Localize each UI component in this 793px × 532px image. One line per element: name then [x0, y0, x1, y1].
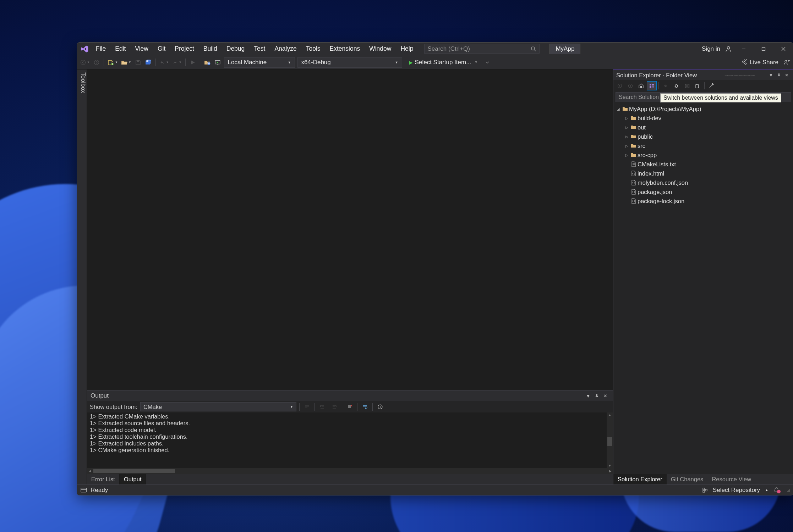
expand-icon[interactable]: ▷ — [624, 116, 630, 120]
undo-button[interactable]: ▼ — [158, 57, 170, 67]
feedback-button[interactable] — [782, 57, 791, 67]
menu-tools[interactable]: Tools — [301, 43, 325, 55]
toolbox-tab[interactable]: Toolbox — [77, 70, 87, 484]
nav-forward-button[interactable] — [92, 57, 101, 67]
sol-pin-button[interactable] — [775, 73, 783, 77]
output-indent-left-icon[interactable] — [318, 402, 327, 412]
tab-output[interactable]: Output — [120, 474, 146, 484]
sol-forward-button[interactable] — [625, 81, 635, 90]
tree-file[interactable]: CMakeLists.txt — [613, 160, 793, 169]
menu-extensions[interactable]: Extensions — [325, 43, 365, 55]
output-indent-right-icon[interactable] — [330, 402, 339, 412]
output-vertical-scrollbar[interactable]: ▲ ▼ — [607, 412, 613, 468]
expand-icon[interactable]: ▷ — [624, 153, 630, 157]
debug-target-dropdown[interactable] — [483, 57, 492, 67]
minimize-button[interactable] — [734, 43, 754, 55]
tree-file[interactable]: molybden.conf.json — [613, 178, 793, 187]
chevron-up-icon[interactable]: ▲ — [765, 488, 769, 492]
output-icon[interactable] — [81, 487, 87, 493]
sol-show-all-files-button[interactable] — [693, 81, 702, 90]
sol-dropdown-button[interactable]: ▼ — [767, 73, 775, 78]
tab-git-changes[interactable]: Git Changes — [667, 474, 708, 484]
output-pin-button[interactable] — [592, 394, 601, 398]
tab-solution-explorer[interactable]: Solution Explorer — [613, 474, 667, 484]
svg-rect-12 — [146, 60, 148, 61]
output-timestamps-button[interactable] — [376, 402, 385, 412]
sol-properties-button[interactable] — [706, 81, 716, 90]
sol-home-button[interactable] — [636, 81, 646, 90]
output-word-wrap-button[interactable] — [360, 402, 370, 412]
output-close-button[interactable]: ✕ — [601, 393, 609, 399]
save-all-button[interactable] — [144, 57, 153, 67]
tab-error-list[interactable]: Error List — [87, 474, 120, 484]
sol-refresh-button[interactable] — [671, 81, 681, 90]
redo-button[interactable]: ▼ — [171, 57, 183, 67]
output-dropdown-button[interactable]: ▼ — [584, 393, 592, 399]
solution-search-input[interactable]: Search Solution Switch between solutions… — [616, 92, 791, 102]
menu-git[interactable]: Git — [153, 43, 170, 55]
output-horizontal-scrollbar[interactable]: ◀ ▶ — [87, 468, 613, 474]
menu-project[interactable]: Project — [170, 43, 198, 55]
tree-file[interactable]: package-lock.json — [613, 196, 793, 206]
menu-window[interactable]: Window — [365, 43, 396, 55]
platform-combo[interactable]: x64-Debug ▼ — [297, 57, 402, 68]
sol-sync-button[interactable] — [661, 81, 671, 90]
chevron-down-icon: ▼ — [395, 61, 398, 64]
nav-back-button[interactable]: ▼ — [79, 57, 91, 67]
sol-close-button[interactable]: ✕ — [783, 73, 791, 78]
menu-file[interactable]: File — [91, 43, 110, 55]
vs-logo-icon[interactable] — [78, 43, 91, 55]
tree-folder[interactable]: ▷ public — [613, 132, 793, 141]
tree-file[interactable]: index.html — [613, 169, 793, 178]
start-debugging-button[interactable]: ▶ Select Startup Item... ▼ — [406, 57, 481, 68]
global-search-input[interactable]: Search (Ctrl+Q) — [424, 44, 540, 54]
startup-label: Select Startup Item... — [415, 59, 471, 66]
continue-button[interactable] — [188, 57, 197, 67]
configuration-combo[interactable]: Local Machine ▼ — [224, 57, 295, 68]
output-find-prev-icon[interactable] — [302, 402, 312, 412]
sign-in-link[interactable]: Sign in — [699, 45, 723, 52]
notifications-icon[interactable] — [773, 487, 780, 493]
maximize-button[interactable] — [754, 43, 773, 55]
menu-help[interactable]: Help — [396, 43, 418, 55]
tree-folder[interactable]: ▷ build-dev — [613, 113, 793, 123]
menu-analyze[interactable]: Analyze — [270, 43, 301, 55]
expand-icon[interactable]: ▷ — [624, 135, 630, 139]
expand-icon[interactable]: ▷ — [624, 126, 630, 129]
tree-root[interactable]: ◢ MyApp (D:\Projects\MyApp) — [613, 104, 793, 113]
solution-name-badge[interactable]: MyApp — [549, 44, 580, 54]
open-folder-button[interactable]: ▼ — [120, 57, 132, 67]
output-source-combo[interactable]: CMake ▼ — [140, 402, 296, 411]
menu-debug[interactable]: Debug — [222, 43, 250, 55]
menu-test[interactable]: Test — [249, 43, 270, 55]
sol-switch-views-button[interactable] — [647, 81, 657, 90]
expand-icon[interactable]: ▷ — [624, 144, 630, 148]
output-text-area[interactable]: 1> Extracted CMake variables.1> Extracte… — [87, 412, 613, 474]
tree-root-label: MyApp (D:\Projects\MyApp) — [629, 106, 701, 112]
tree-folder[interactable]: ▷ out — [613, 123, 793, 132]
new-item-button[interactable]: ▼ — [106, 57, 119, 67]
menu-build[interactable]: Build — [199, 43, 222, 55]
tree-folder[interactable]: ▷ src — [613, 141, 793, 150]
launch-targets-button[interactable] — [213, 57, 222, 67]
tree-file[interactable]: package.json — [613, 187, 793, 196]
collapse-icon[interactable]: ◢ — [616, 107, 621, 111]
resize-grip-icon[interactable]: ◢ — [787, 488, 790, 493]
save-button[interactable] — [133, 57, 143, 67]
live-share-button[interactable]: Live Share — [741, 59, 778, 66]
repository-selector[interactable]: Select Repository — [713, 487, 760, 494]
scroll-thumb[interactable] — [93, 469, 175, 473]
user-icon[interactable] — [723, 46, 734, 52]
close-button[interactable] — [773, 43, 793, 55]
tree-label: src-cpp — [638, 152, 657, 159]
menu-edit[interactable]: Edit — [110, 43, 130, 55]
output-clear-button[interactable] — [345, 402, 354, 412]
scroll-thumb[interactable] — [607, 437, 612, 446]
menu-view[interactable]: View — [130, 43, 153, 55]
source-control-icon[interactable] — [702, 487, 708, 493]
solution-configurations-button[interactable] — [203, 57, 212, 67]
sol-back-button[interactable] — [615, 81, 625, 90]
tab-resource-view[interactable]: Resource View — [707, 474, 755, 484]
sol-collapse-all-button[interactable] — [682, 81, 692, 90]
tree-folder[interactable]: ▷ src-cpp — [613, 150, 793, 160]
